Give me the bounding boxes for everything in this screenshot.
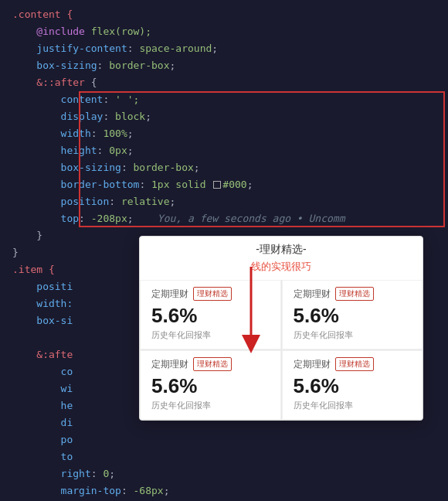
code-text: box-sizing	[12, 57, 97, 74]
code-text: ;	[127, 210, 134, 227]
card-rate: 5.6%	[294, 374, 412, 398]
code-line: &::after {	[0, 74, 448, 91]
code-text: 1px solid	[151, 176, 212, 193]
code-text: :	[139, 176, 151, 193]
code-line: height : 0px ;	[0, 142, 448, 159]
code-text: }	[12, 244, 19, 261]
code-text: :	[79, 210, 91, 227]
code-line: content : ' ';	[0, 91, 448, 108]
code-text: ;	[127, 125, 134, 142]
card-label: 历史年化回报率	[151, 329, 270, 341]
code-text: .content {	[12, 6, 73, 23]
card-label: 历史年化回报率	[294, 400, 412, 411]
code-text: wi	[12, 380, 73, 397]
code-text: :	[127, 40, 140, 57]
code-text: he	[12, 397, 73, 414]
code-text: margin-top	[12, 482, 121, 499]
code-text: #000	[222, 176, 246, 193]
code-text: -68px	[134, 482, 164, 499]
code-text: co	[12, 363, 73, 380]
card-type: 定期理财	[294, 288, 331, 301]
code-text: ;	[194, 159, 200, 176]
code-text: You, a few seconds ago • Uncomm	[134, 210, 345, 227]
card-label: 历史年化回报率	[151, 400, 270, 411]
code-text: block	[115, 108, 145, 125]
code-text: height	[12, 142, 97, 159]
code-text: border-bottom	[12, 176, 139, 193]
code-text: :	[97, 142, 110, 159]
code-text: 0	[103, 465, 109, 482]
code-text: ;	[170, 193, 176, 210]
code-line: .content {	[0, 6, 448, 23]
code-text: :	[109, 193, 121, 210]
code-text: positi	[12, 278, 73, 295]
code-text: width	[12, 125, 91, 142]
card-header: 定期理财 理财精选	[294, 287, 412, 301]
popup-card-3: 定期理财 理财精选 5.6% 历史年化回报率	[140, 350, 281, 420]
card-header: 定期理财 理财精选	[151, 287, 270, 301]
card-label: 历史年化回报率	[294, 329, 412, 341]
code-editor: .content { @include flex(row); justify-c…	[0, 0, 448, 501]
code-text: ;	[170, 57, 176, 74]
code-line: top : -208px ; You, a few seconds ago • …	[0, 210, 448, 227]
code-text: -208px	[91, 210, 127, 227]
code-text: :	[91, 125, 104, 142]
card-header: 定期理财 理财精选	[294, 357, 412, 371]
code-line: margin-top : -68px ;	[0, 482, 448, 499]
code-line: width : 100% ;	[0, 125, 448, 142]
code-text: &:afte	[12, 346, 73, 363]
card-rate: 5.6%	[151, 374, 270, 398]
code-text: ;	[145, 108, 151, 125]
card-badge: 理财精选	[193, 287, 232, 301]
card-rate: 5.6%	[294, 304, 412, 328]
code-text: ;	[109, 465, 115, 482]
code-text: po	[12, 431, 73, 448]
code-text: box-si	[12, 312, 73, 329]
code-text: :	[103, 91, 115, 108]
card-type: 定期理财	[151, 288, 188, 301]
code-text: @include	[12, 23, 85, 40]
code-text: :	[97, 57, 110, 74]
code-text: width:	[12, 295, 73, 312]
code-text: .item {	[12, 261, 55, 278]
card-badge: 理财精选	[335, 287, 374, 301]
code-text: border-box	[109, 57, 169, 74]
code-text: box-sizing	[12, 159, 121, 176]
code-text: content	[12, 91, 103, 108]
code-text: 0px	[109, 142, 127, 159]
code-line: box-sizing : border-box ;	[0, 57, 448, 74]
card-type: 定期理财	[151, 358, 188, 371]
popup-card-1: 定期理财 理财精选 5.6% 历史年化回报率	[140, 280, 281, 349]
card-badge: 理财精选	[193, 357, 232, 371]
code-line: @include flex(row);	[0, 23, 448, 40]
color-swatch	[213, 181, 221, 189]
code-text: justify-content	[12, 40, 127, 57]
code-line: border-bottom : 1px solid #000 ;	[0, 176, 448, 193]
code-text: {	[85, 74, 97, 91]
popup-subtitle: 线的实现很巧	[140, 260, 423, 280]
code-text: di	[12, 414, 73, 431]
code-text: top	[12, 210, 79, 227]
popup-card-2: 定期理财 理财精选 5.6% 历史年化回报率	[282, 280, 423, 349]
code-text: ' ';	[115, 91, 139, 108]
code-text: }	[12, 227, 42, 244]
code-line: display : block ;	[0, 108, 448, 125]
code-text: position	[12, 193, 109, 210]
code-line: to	[0, 448, 448, 465]
code-text: ;	[127, 142, 134, 159]
code-text: :	[121, 159, 134, 176]
popup-card-4: 定期理财 理财精选 5.6% 历史年化回报率	[282, 350, 423, 420]
code-text: ;	[247, 176, 253, 193]
card-header: 定期理财 理财精选	[151, 357, 270, 371]
code-text: :	[103, 108, 115, 125]
popup-title: -理财精选-	[140, 237, 423, 260]
code-text: :	[121, 482, 134, 499]
code-text: relative	[121, 193, 170, 210]
code-text: &::after	[12, 74, 85, 91]
code-text: space-around	[139, 40, 212, 57]
code-text: to	[12, 448, 73, 465]
card-badge: 理财精选	[335, 357, 374, 371]
code-text: border-box	[134, 159, 194, 176]
code-line: box-sizing : border-box ;	[0, 159, 448, 176]
code-line: right : 0 ;	[0, 465, 448, 482]
